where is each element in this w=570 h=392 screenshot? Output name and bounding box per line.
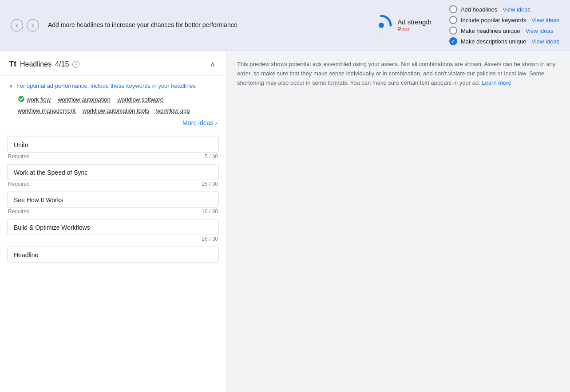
tip-label-include-popular: Include popular keywords <box>461 17 526 24</box>
headlines-count: 4/15 <box>55 60 69 68</box>
view-ideas-link-add-headlines[interactable]: View ideas <box>503 6 530 13</box>
headline-input-3[interactable] <box>14 196 212 204</box>
tt-icon: Tt <box>9 59 16 69</box>
more-ideas-button[interactable]: More ideas › <box>182 119 217 126</box>
headlines-header: Tt Headlines 4/15 ? ∧ <box>0 51 226 76</box>
nav-prev-button[interactable]: ‹ <box>11 19 23 31</box>
input-group-1: Required 5 / 30 <box>7 137 219 162</box>
keyword-text-workflow-app: workflow app <box>156 107 190 114</box>
input-wrapper-2 <box>7 164 219 180</box>
keyword-text-workflow-management: workflow management <box>18 107 75 114</box>
input-label-1: Required <box>8 153 30 160</box>
headline-input-1[interactable] <box>14 141 212 149</box>
input-footer-1: Required 5 / 30 <box>7 153 219 162</box>
nav-arrows: ‹ › <box>11 19 39 31</box>
main-content: Tt Headlines 4/15 ? ∧ ∧ For optimal ad p… <box>0 51 570 392</box>
keyword-check-icon <box>18 95 25 104</box>
keyword-grid: work flow workflow automation workflow s… <box>9 95 217 114</box>
input-count-1: 5 / 30 <box>205 153 218 160</box>
input-label-2: Required <box>8 181 30 187</box>
inputs-section: Required 5 / 30 Required 25 / 30 <box>0 133 226 268</box>
input-group-5 <box>7 247 219 263</box>
tip-row-add-headlines: Add headlines View ideas <box>449 5 559 13</box>
collapse-icon: ∧ <box>210 60 215 68</box>
headlines-title: Tt Headlines 4/15 ? <box>9 59 79 69</box>
ad-strength-text: Ad strength Poor <box>397 18 431 32</box>
help-icon[interactable]: ? <box>72 61 79 68</box>
view-ideas-link-make-unique[interactable]: View ideas <box>526 27 554 34</box>
right-panel: This preview shows potential ads assembl… <box>226 51 570 392</box>
input-group-4: 26 / 30 <box>7 219 219 245</box>
performance-message: Add more headlines to increase your chan… <box>48 21 361 30</box>
tip-row-make-unique: Make headlines unique View ideas <box>449 27 559 35</box>
chevron-right-icon: › <box>32 22 34 29</box>
tip-label-add-headlines: Add headlines <box>461 6 497 13</box>
view-ideas-link-include-popular[interactable]: View ideas <box>531 17 559 24</box>
strength-tips: Add headlines View ideas Include popular… <box>449 5 559 45</box>
learn-more-link[interactable]: Learn more <box>482 79 511 86</box>
keywords-toggle: ∧ For optimal ad performance, include th… <box>9 82 217 90</box>
tip-row-make-desc-unique: Make descriptions unique View ideas <box>449 37 559 45</box>
left-panel: Tt Headlines 4/15 ? ∧ ∧ For optimal ad p… <box>0 51 226 392</box>
keyword-item-workflow-automation-tools[interactable]: workflow automation tools <box>83 107 149 114</box>
toggle-arrow-icon[interactable]: ∧ <box>9 83 13 89</box>
input-label-3: Required <box>8 208 30 215</box>
input-count-2: 25 / 30 <box>202 181 218 187</box>
chevron-right2-icon: › <box>215 119 217 126</box>
chevron-left-icon: ‹ <box>16 22 18 29</box>
keywords-hint: For optimal ad performance, include thes… <box>16 82 196 90</box>
keywords-section: ∧ For optimal ad performance, include th… <box>0 76 226 133</box>
input-footer-4: 26 / 30 <box>7 235 219 245</box>
input-footer-3: Required 16 / 30 <box>7 208 219 217</box>
keyword-item-workflow[interactable]: work flow <box>18 95 51 104</box>
view-ideas-link-make-desc-unique[interactable]: View ideas <box>531 38 559 45</box>
keyword-text-workflow-automation-tools: workflow automation tools <box>83 107 149 114</box>
collapse-button[interactable]: ∧ <box>208 58 217 70</box>
keyword-text-workflow-software: workflow software <box>118 96 163 103</box>
input-footer-2: Required 25 / 30 <box>7 180 219 190</box>
tip-label-make-unique: Make headlines unique <box>461 27 520 34</box>
tip-label-make-desc-unique: Make descriptions unique <box>461 38 526 45</box>
headline-input-5[interactable] <box>14 251 212 259</box>
tip-circle-make-unique <box>449 27 457 35</box>
svg-point-2 <box>379 23 384 28</box>
more-ideas-row: More ideas › <box>9 118 217 126</box>
nav-next-button[interactable]: › <box>27 19 39 31</box>
input-group-2: Required 25 / 30 <box>7 164 219 190</box>
more-ideas-label: More ideas <box>182 119 213 126</box>
input-wrapper-5 <box>7 247 219 263</box>
keyword-item-workflow-automation[interactable]: workflow automation <box>58 95 111 104</box>
keyword-item-workflow-app[interactable]: workflow app <box>156 107 190 114</box>
top-bar: ‹ › Add more headlines to increase your … <box>0 0 570 51</box>
input-wrapper-4 <box>7 219 219 235</box>
input-wrapper-1 <box>7 137 219 153</box>
keyword-text-workflow: work flow <box>27 96 51 103</box>
tip-circle-add-headlines <box>449 5 457 13</box>
ad-strength-label: Ad strength <box>397 18 431 26</box>
headline-input-4[interactable] <box>14 224 212 231</box>
keyword-item-workflow-management[interactable]: workflow management <box>18 107 75 114</box>
input-count-3: 16 / 30 <box>202 208 218 215</box>
keyword-text-workflow-automation: workflow automation <box>58 96 111 103</box>
keyword-item-workflow-software[interactable]: workflow software <box>118 95 163 104</box>
preview-notice: This preview shows potential ads assembl… <box>237 60 557 87</box>
ad-strength-chart <box>370 14 393 37</box>
tip-circle-make-desc-unique <box>449 37 457 45</box>
ad-strength-section: Ad strength Poor <box>370 14 431 37</box>
input-count-4: 26 / 30 <box>202 236 218 242</box>
tip-circle-include-popular <box>449 16 457 24</box>
headlines-label: Headlines <box>20 60 51 68</box>
ad-strength-rating: Poor <box>397 26 431 32</box>
tip-row-include-popular: Include popular keywords View ideas <box>449 16 559 24</box>
headline-input-2[interactable] <box>14 169 212 176</box>
input-wrapper-3 <box>7 192 219 208</box>
input-group-3: Required 16 / 30 <box>7 192 219 217</box>
